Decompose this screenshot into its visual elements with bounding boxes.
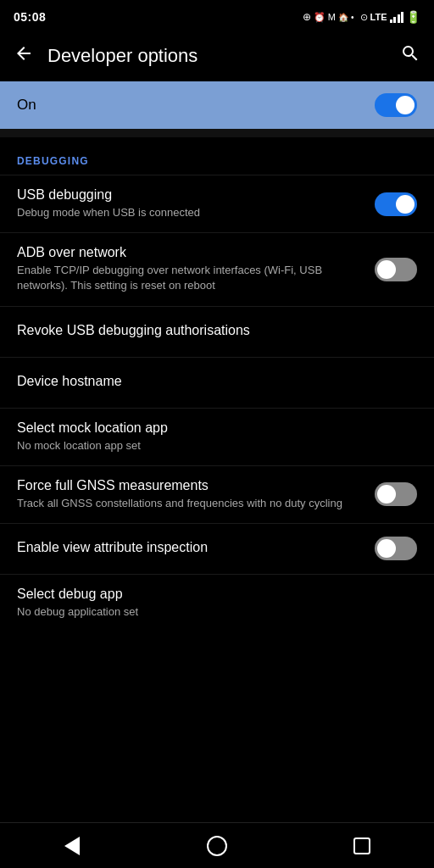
revoke-usb-text: Revoke USB debugging authorisations <box>17 323 417 341</box>
gnss-title: Force full GNSS measurements <box>17 478 361 493</box>
gnss-text: Force full GNSS measurements Track all G… <box>17 478 375 511</box>
debugging-label: DEBUGGING <box>17 155 89 167</box>
revoke-usb-item[interactable]: Revoke USB debugging authorisations <box>0 306 434 357</box>
toggle-thumb <box>377 260 396 279</box>
battery-icon: 🔋 <box>406 10 420 24</box>
toggle-thumb <box>396 96 415 114</box>
adb-network-toggle[interactable] <box>375 258 417 281</box>
revoke-usb-title: Revoke USB debugging authorisations <box>17 323 403 338</box>
debug-app-item[interactable]: Select debug app No debug application se… <box>0 574 434 632</box>
mock-location-item[interactable]: Select mock location app No mock locatio… <box>0 408 434 465</box>
nav-recents-button[interactable] <box>337 829 387 863</box>
nav-recents-icon <box>353 837 370 854</box>
signal-bar-3 <box>398 14 400 23</box>
usb-debugging-text: USB debugging Debug mode when USB is con… <box>17 187 375 220</box>
view-attribute-text: Enable view attribute inspection <box>17 540 375 558</box>
nav-back-icon <box>64 837 80 855</box>
status-time: 05:08 <box>14 10 46 24</box>
toggle-thumb <box>377 485 396 504</box>
notification-icon: 🏠 <box>338 13 348 22</box>
device-hostname-text: Device hostname <box>17 374 417 392</box>
mock-location-text: Select mock location app No mock locatio… <box>17 420 417 453</box>
toggle-thumb <box>377 539 396 558</box>
adb-network-item[interactable]: ADB over network Enable TCP/IP debugging… <box>0 232 434 305</box>
view-attribute-title: Enable view attribute inspection <box>17 540 361 555</box>
nav-back-button[interactable] <box>47 829 97 863</box>
gnss-control[interactable] <box>375 482 417 506</box>
debug-app-text: Select debug app No debug application se… <box>17 587 417 620</box>
gnss-item[interactable]: Force full GNSS measurements Track all G… <box>0 465 434 523</box>
nav-bar <box>0 822 434 868</box>
debug-app-subtitle: No debug application set <box>17 604 403 620</box>
usb-debugging-control[interactable] <box>375 192 417 216</box>
debug-app-title: Select debug app <box>17 587 403 602</box>
gnss-toggle[interactable] <box>375 482 417 506</box>
adb-network-control[interactable] <box>375 258 417 281</box>
search-button[interactable] <box>400 43 420 69</box>
content-scroll: DEBUGGING USB debugging Debug mode when … <box>0 129 434 682</box>
section-divider <box>0 129 434 137</box>
signal-bar-4 <box>401 12 403 23</box>
debugging-section-header: DEBUGGING <box>0 137 434 175</box>
page-title: Developer options <box>47 45 400 67</box>
mail-icon: M <box>328 12 336 22</box>
wifi-icon: ⊙ <box>360 12 368 23</box>
developer-options-toggle[interactable] <box>375 93 417 117</box>
adb-network-title: ADB over network <box>17 245 361 260</box>
gnss-subtitle: Track all GNSS constellations and freque… <box>17 496 361 511</box>
nav-home-button[interactable] <box>192 829 242 863</box>
status-bar: 05:08 ⊕ ⏰ M 🏠 • ⊙ LTE 🔋 <box>0 0 434 31</box>
back-button[interactable] <box>14 43 34 69</box>
sim-icon: ⊕ <box>303 11 311 23</box>
usb-debugging-toggle[interactable] <box>375 192 417 216</box>
alarm-icon: ⏰ <box>314 12 326 23</box>
usb-debugging-title: USB debugging <box>17 187 361 203</box>
dot-icon: • <box>351 13 354 22</box>
signal-bar-2 <box>393 17 396 23</box>
on-label: On <box>17 97 36 114</box>
status-icons: ⊕ ⏰ M 🏠 • ⊙ LTE 🔋 <box>303 10 420 24</box>
adb-network-subtitle: Enable TCP/IP debugging over network int… <box>17 263 361 293</box>
mock-location-subtitle: No mock location app set <box>17 438 403 453</box>
app-bar: Developer options <box>0 31 434 81</box>
usb-debugging-item[interactable]: USB debugging Debug mode when USB is con… <box>0 175 434 232</box>
nav-home-icon <box>207 836 227 856</box>
on-toggle-row[interactable]: On <box>0 81 434 129</box>
device-hostname-title: Device hostname <box>17 374 403 389</box>
toggle-thumb <box>396 195 415 214</box>
lte-label: LTE <box>370 12 387 22</box>
view-attribute-item[interactable]: Enable view attribute inspection <box>0 523 434 574</box>
signal-bars <box>390 11 404 23</box>
device-hostname-item[interactable]: Device hostname <box>0 357 434 408</box>
view-attribute-toggle[interactable] <box>375 537 417 560</box>
usb-debugging-subtitle: Debug mode when USB is connected <box>17 205 361 220</box>
signal-bar-1 <box>390 19 392 23</box>
adb-network-text: ADB over network Enable TCP/IP debugging… <box>17 245 375 293</box>
mock-location-title: Select mock location app <box>17 420 403 436</box>
view-attribute-control[interactable] <box>375 537 417 560</box>
